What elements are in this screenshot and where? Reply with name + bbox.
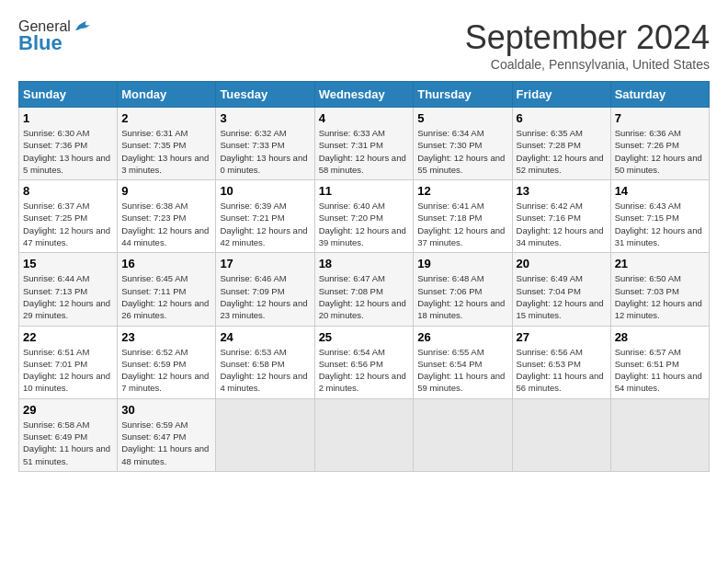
col-monday: Monday: [118, 82, 216, 108]
day-info: Sunrise: 6:57 AM Sunset: 6:51 PM Dayligh…: [615, 346, 705, 395]
day-number: 2: [121, 111, 211, 125]
day-number: 19: [417, 257, 507, 270]
day-info: Sunrise: 6:41 AM Sunset: 7:18 PM Dayligh…: [417, 200, 507, 248]
day-info: Sunrise: 6:39 AM Sunset: 7:21 PM Dayligh…: [220, 200, 310, 248]
day-info: Sunrise: 6:45 AM Sunset: 7:11 PM Dayligh…: [121, 272, 211, 321]
col-sunday: Sunday: [19, 82, 118, 108]
day-number: 13: [517, 184, 607, 198]
calendar-week-3: 15 Sunrise: 6:44 AM Sunset: 7:13 PM Dayl…: [19, 253, 710, 326]
day-info: Sunrise: 6:31 AM Sunset: 7:35 PM Dayligh…: [121, 127, 211, 176]
table-row: 19 Sunrise: 6:48 AM Sunset: 7:06 PM Dayl…: [414, 253, 512, 326]
day-number: 12: [417, 184, 507, 198]
day-info: Sunrise: 6:32 AM Sunset: 7:33 PM Dayligh…: [220, 127, 310, 176]
calendar-week-4: 22 Sunrise: 6:51 AM Sunset: 7:01 PM Dayl…: [19, 326, 710, 398]
table-row: [610, 398, 709, 471]
calendar-table: Sunday Monday Tuesday Wednesday Thursday…: [18, 81, 710, 472]
day-info: Sunrise: 6:37 AM Sunset: 7:25 PM Dayligh…: [23, 200, 113, 248]
month-title: September 2024: [465, 18, 710, 57]
day-info: Sunrise: 6:42 AM Sunset: 7:16 PM Dayligh…: [517, 200, 607, 248]
day-info: Sunrise: 6:58 AM Sunset: 6:49 PM Dayligh…: [23, 419, 113, 467]
table-row: 17 Sunrise: 6:46 AM Sunset: 7:09 PM Dayl…: [216, 253, 314, 326]
table-row: 22 Sunrise: 6:51 AM Sunset: 7:01 PM Dayl…: [19, 326, 118, 398]
day-number: 11: [319, 184, 410, 198]
logo-blue-text: Blue: [18, 31, 63, 55]
day-number: 15: [23, 257, 113, 270]
table-row: 3 Sunrise: 6:32 AM Sunset: 7:33 PM Dayli…: [216, 108, 314, 180]
table-row: 5 Sunrise: 6:34 AM Sunset: 7:30 PM Dayli…: [414, 108, 512, 180]
col-wednesday: Wednesday: [314, 82, 414, 108]
table-row: 10 Sunrise: 6:39 AM Sunset: 7:21 PM Dayl…: [216, 180, 314, 253]
day-number: 24: [220, 330, 310, 344]
day-number: 22: [23, 330, 113, 344]
table-row: 30 Sunrise: 6:59 AM Sunset: 6:47 PM Dayl…: [118, 398, 216, 471]
day-number: 3: [220, 111, 310, 125]
table-row: 23 Sunrise: 6:52 AM Sunset: 6:59 PM Dayl…: [118, 326, 216, 398]
calendar-week-2: 8 Sunrise: 6:37 AM Sunset: 7:25 PM Dayli…: [19, 180, 710, 253]
day-info: Sunrise: 6:35 AM Sunset: 7:28 PM Dayligh…: [517, 127, 607, 176]
table-row: 11 Sunrise: 6:40 AM Sunset: 7:20 PM Dayl…: [314, 180, 414, 253]
calendar-week-1: 1 Sunrise: 6:30 AM Sunset: 7:36 PM Dayli…: [19, 108, 710, 180]
day-info: Sunrise: 6:52 AM Sunset: 6:59 PM Dayligh…: [121, 346, 211, 395]
day-number: 29: [23, 403, 113, 417]
table-row: 27 Sunrise: 6:56 AM Sunset: 6:53 PM Dayl…: [512, 326, 610, 398]
day-number: 30: [121, 403, 211, 417]
table-row: [314, 398, 414, 471]
table-row: 20 Sunrise: 6:49 AM Sunset: 7:04 PM Dayl…: [512, 253, 610, 326]
day-number: 6: [517, 111, 607, 125]
day-info: Sunrise: 6:53 AM Sunset: 6:58 PM Dayligh…: [220, 346, 310, 395]
day-info: Sunrise: 6:40 AM Sunset: 7:20 PM Dayligh…: [319, 200, 410, 248]
table-row: 6 Sunrise: 6:35 AM Sunset: 7:28 PM Dayli…: [512, 108, 610, 180]
location-text: Coaldale, Pennsylvania, United States: [465, 57, 710, 72]
table-row: 15 Sunrise: 6:44 AM Sunset: 7:13 PM Dayl…: [19, 253, 118, 326]
day-info: Sunrise: 6:44 AM Sunset: 7:13 PM Dayligh…: [23, 272, 113, 321]
table-row: 13 Sunrise: 6:42 AM Sunset: 7:16 PM Dayl…: [512, 180, 610, 253]
day-number: 27: [517, 330, 607, 344]
table-row: 28 Sunrise: 6:57 AM Sunset: 6:51 PM Dayl…: [610, 326, 709, 398]
table-row: 24 Sunrise: 6:53 AM Sunset: 6:58 PM Dayl…: [216, 326, 314, 398]
day-info: Sunrise: 6:43 AM Sunset: 7:15 PM Dayligh…: [615, 200, 705, 248]
day-number: 26: [417, 330, 507, 344]
day-info: Sunrise: 6:49 AM Sunset: 7:04 PM Dayligh…: [517, 272, 607, 321]
day-info: Sunrise: 6:33 AM Sunset: 7:31 PM Dayligh…: [319, 127, 410, 176]
col-tuesday: Tuesday: [216, 82, 314, 108]
day-info: Sunrise: 6:54 AM Sunset: 6:56 PM Dayligh…: [319, 346, 410, 395]
day-number: 17: [220, 257, 310, 270]
table-row: 18 Sunrise: 6:47 AM Sunset: 7:08 PM Dayl…: [314, 253, 414, 326]
day-info: Sunrise: 6:47 AM Sunset: 7:08 PM Dayligh…: [319, 272, 410, 321]
col-thursday: Thursday: [414, 82, 512, 108]
table-row: [414, 398, 512, 471]
day-info: Sunrise: 6:50 AM Sunset: 7:03 PM Dayligh…: [615, 272, 705, 321]
table-row: 21 Sunrise: 6:50 AM Sunset: 7:03 PM Dayl…: [610, 253, 709, 326]
day-info: Sunrise: 6:51 AM Sunset: 7:01 PM Dayligh…: [23, 346, 113, 395]
table-row: 29 Sunrise: 6:58 AM Sunset: 6:49 PM Dayl…: [19, 398, 118, 471]
day-number: 1: [23, 111, 113, 125]
day-number: 21: [615, 257, 705, 270]
table-row: 8 Sunrise: 6:37 AM Sunset: 7:25 PM Dayli…: [19, 180, 118, 253]
day-info: Sunrise: 6:30 AM Sunset: 7:36 PM Dayligh…: [23, 127, 113, 176]
table-row: [216, 398, 314, 471]
day-number: 4: [319, 111, 410, 125]
calendar-week-5: 29 Sunrise: 6:58 AM Sunset: 6:49 PM Dayl…: [19, 398, 710, 471]
day-info: Sunrise: 6:34 AM Sunset: 7:30 PM Dayligh…: [417, 127, 507, 176]
day-number: 20: [517, 257, 607, 270]
day-info: Sunrise: 6:36 AM Sunset: 7:26 PM Dayligh…: [615, 127, 705, 176]
day-info: Sunrise: 6:59 AM Sunset: 6:47 PM Dayligh…: [121, 419, 211, 467]
table-row: 14 Sunrise: 6:43 AM Sunset: 7:15 PM Dayl…: [610, 180, 709, 253]
day-number: 16: [121, 257, 211, 270]
table-row: 26 Sunrise: 6:55 AM Sunset: 6:54 PM Dayl…: [414, 326, 512, 398]
page-header: General Blue September 2024 Coaldale, Pe…: [18, 18, 710, 72]
table-row: 1 Sunrise: 6:30 AM Sunset: 7:36 PM Dayli…: [19, 108, 118, 180]
table-row: 25 Sunrise: 6:54 AM Sunset: 6:56 PM Dayl…: [314, 326, 414, 398]
day-info: Sunrise: 6:56 AM Sunset: 6:53 PM Dayligh…: [517, 346, 607, 395]
logo: General Blue: [18, 18, 94, 55]
title-block: September 2024 Coaldale, Pennsylvania, U…: [465, 18, 710, 72]
day-number: 25: [319, 330, 410, 344]
day-number: 23: [121, 330, 211, 344]
day-info: Sunrise: 6:55 AM Sunset: 6:54 PM Dayligh…: [417, 346, 507, 395]
table-row: 12 Sunrise: 6:41 AM Sunset: 7:18 PM Dayl…: [414, 180, 512, 253]
day-number: 18: [319, 257, 410, 270]
day-number: 8: [23, 184, 113, 198]
day-number: 14: [615, 184, 705, 198]
table-row: [512, 398, 610, 471]
table-row: 7 Sunrise: 6:36 AM Sunset: 7:26 PM Dayli…: [610, 108, 709, 180]
